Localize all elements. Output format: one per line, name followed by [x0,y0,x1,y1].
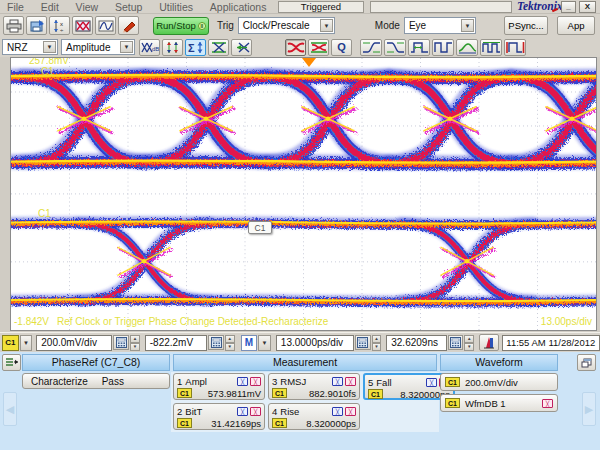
spin-up-icon[interactable]: ▲ [464,335,474,343]
spin-down-icon[interactable]: ▼ [130,343,140,351]
rise-measure-button[interactable] [360,39,382,56]
menu-setup[interactable]: Setup [108,0,149,13]
mode-select[interactable]: Eye▼ [404,17,476,34]
measurement-value: 31.42169ps [211,418,261,429]
measurement-card-rise[interactable]: 4Rise ╳╳ C18.320000ps [268,403,360,430]
measure-category-select[interactable]: Amplitude▼ [61,39,135,55]
panel-restore-button[interactable] [577,354,596,371]
spin-up-icon[interactable]: ▲ [130,335,140,343]
waveform-scale-card[interactable]: C1 200.0mV/div [440,373,558,391]
menu-utilities[interactable]: Utilities [152,0,200,13]
scroll-right-button[interactable]: ▶ [582,392,596,426]
chevron-down-icon[interactable]: ▼ [20,335,33,351]
chevron-down-icon[interactable]: ▼ [320,19,333,32]
spin-up-icon[interactable]: ▲ [225,335,235,343]
horizontal-position-spinner[interactable]: ▲▼ [464,335,474,351]
oscilloscope-app: File Edit View Setup Utilities Applicati… [0,0,600,450]
characterize-status: Pass [102,376,124,387]
menu-file[interactable]: File [0,0,31,13]
horizontal-scale-field[interactable]: 13.0000ps/div [276,335,354,351]
annotation-button[interactable] [118,16,139,35]
spin-down-icon[interactable]: ▼ [464,343,474,351]
annotation-icon[interactable]: ╳ [542,399,553,408]
characterize-button[interactable]: Characterize Pass [22,373,170,389]
keypad-button[interactable] [355,335,371,350]
level-adjust-button[interactable] [162,39,183,56]
waveform-db-card[interactable]: C1 WfmDB 1 ╳ [440,394,558,412]
phaseref-tab[interactable]: PhaseRef (C7_C8) [22,354,170,371]
run-stop-button[interactable]: Run/StopII [153,17,209,35]
annotation-icon[interactable]: ╳ [345,407,356,416]
amplitude-sigma-button[interactable]: Σ [185,39,206,56]
eye-cross-button[interactable] [208,39,229,56]
annotation-icon[interactable]: ╳ [250,377,261,386]
vertical-scale-field[interactable]: 200.0mV/div [36,335,112,351]
stats-icon[interactable]: ╳ [332,407,343,416]
width-measure-button[interactable] [408,39,430,56]
phaseref-toggle-button[interactable] [479,334,499,351]
chevron-down-icon[interactable]: ▼ [120,41,133,53]
print-button[interactable] [3,16,24,35]
export-button[interactable] [26,16,47,35]
trigger-position-marker[interactable] [302,58,316,67]
horizontal-scale-spinner[interactable]: ▲▼ [372,335,382,351]
keypad-button[interactable] [448,335,464,350]
amplitude-curve-button[interactable] [456,39,478,56]
stats-icon[interactable]: ╳ [237,407,248,416]
horizontal-position-field[interactable]: 32.6209ns [386,335,447,351]
jitter-eye-button[interactable] [285,39,306,56]
minimize-button[interactable]: _ [561,1,576,13]
eye-display-button[interactable] [72,16,93,35]
burst-measure-button[interactable] [504,39,526,56]
vertical-setup-button[interactable]: x÷ [49,16,70,35]
annotation-icon[interactable]: ╳ [345,377,356,386]
channel-handle[interactable]: C1 [248,221,272,234]
measurement-card-ampl[interactable]: 1Ampl ╳╳ C1573.9811mV [173,373,265,400]
menu-view[interactable]: View [69,0,106,13]
stats-icon[interactable]: ╳ [426,378,437,387]
measurement-card-bitt[interactable]: 2BitT ╳╳ C131.42169ps [173,403,265,430]
chevron-down-icon[interactable]: ▼ [43,41,56,53]
fall-measure-button[interactable] [384,39,406,56]
spin-down-icon[interactable]: ▼ [225,343,235,351]
vertical-offset-field[interactable]: -822.2mV [145,335,207,351]
signal-type-select[interactable]: NRZ▼ [2,39,58,55]
graticule[interactable]: 257.8mV C1 C1 C1 -1.842V Ref Clock or Tr… [10,57,597,331]
measurement-value: 573.9811mV [208,388,261,399]
keypad-button[interactable] [208,335,224,350]
close-button[interactable]: X [579,1,596,13]
level-arrows-icon [164,41,182,54]
spin-down-icon[interactable]: ▼ [372,343,382,351]
psync-button[interactable]: PSync... [504,16,548,35]
eye-db-measure-button[interactable]: dB [139,39,160,56]
q-factor-button[interactable]: Q [331,39,352,56]
menu-applications[interactable]: Applications [203,0,274,13]
scroll-left-button[interactable]: ◀ [3,392,17,426]
chevron-down-icon[interactable]: ▼ [461,19,474,32]
channel-select-button[interactable]: C1 [2,335,19,351]
trigger-source-select[interactable]: Clock/Prescale▼ [238,17,335,34]
period-measure-button[interactable] [432,39,454,56]
source-badge: C1 [272,418,287,428]
vertical-scale-spinner[interactable]: ▲▼ [130,335,140,351]
chevron-down-icon[interactable]: ▼ [258,335,271,351]
spin-up-icon[interactable]: ▲ [372,335,382,343]
measurement-index: 2 [177,406,182,417]
annotation-icon[interactable]: ╳ [250,407,261,416]
jitter-mask-button[interactable] [308,39,329,56]
vertical-offset-spinner[interactable]: ▲▼ [225,335,235,351]
save-export-icon [29,19,45,33]
stats-icon[interactable]: ╳ [237,377,248,386]
waveform-view-button[interactable] [95,16,116,35]
keypad-button[interactable] [113,335,129,350]
source-badge: C1 [177,418,192,428]
measurement-card-rmsj[interactable]: 3RMSJ ╳╳ C1882.9010fs [268,373,360,400]
menu-edit[interactable]: Edit [34,0,66,13]
panel-menu-button[interactable] [2,354,21,371]
stats-icon[interactable]: ╳ [332,377,343,386]
math-select-button[interactable]: M [241,335,258,351]
app-button[interactable]: App [557,16,595,35]
eye-arrow-button[interactable] [231,39,252,56]
datetime-readout: 11:55 AM 11/28/2012 [502,335,600,351]
dual-pulse-button[interactable] [480,39,502,56]
